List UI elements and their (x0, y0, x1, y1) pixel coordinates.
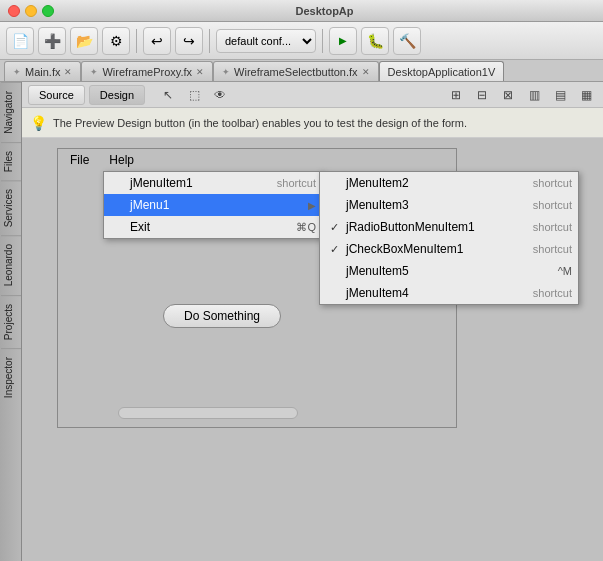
sub-label-jmenuitem5: jMenuItem5 (346, 264, 554, 278)
tab-main-fx-label: Main.fx (25, 66, 60, 78)
align-icon-6[interactable]: ▦ (575, 85, 597, 105)
menu-item-jmenu1[interactable]: jMenu1 ▶ (104, 194, 322, 216)
select-icon[interactable]: ↖ (157, 85, 179, 105)
open-button[interactable]: 📂 (70, 27, 98, 55)
info-bar: 💡 The Preview Design button (in the tool… (22, 108, 603, 138)
tab-wireframe-proxy-close[interactable]: ✕ (196, 67, 204, 77)
tab-wireframe-select-label: WireframeSelectbutton.fx (234, 66, 358, 78)
preview-icon[interactable]: 👁 (209, 85, 231, 105)
maximize-button[interactable] (42, 5, 54, 17)
design-button[interactable]: Design (89, 85, 145, 105)
sidebar-files[interactable]: Files (1, 142, 21, 180)
tab-main-fx-close[interactable]: ✕ (64, 67, 72, 77)
tab-wireframe-select[interactable]: ✦ WireframeSelectbutton.fx ✕ (213, 61, 379, 81)
tab-desktop-app[interactable]: DesktopApplication1V (379, 61, 505, 81)
submenu-item-jcheckboxmenuitem1[interactable]: ✓ jCheckBoxMenuItem1 shortcut (320, 238, 578, 260)
run-button[interactable]: ▶ (329, 27, 357, 55)
add-button[interactable]: ➕ (38, 27, 66, 55)
submenu-item-jmenuitem2[interactable]: jMenuItem2 shortcut (320, 172, 578, 194)
config-dropdown[interactable]: default conf... (216, 29, 316, 53)
titlebar: DesktopAp (0, 0, 603, 22)
file-dropdown: jMenuItem1 shortcut jMenu1 ▶ Exit (103, 171, 323, 239)
sidebar-services[interactable]: Services (1, 180, 21, 235)
align-icon-1[interactable]: ⊞ (445, 85, 467, 105)
label-exit: Exit (130, 220, 292, 234)
sub-label-jmenuitem4: jMenuItem4 (346, 286, 529, 300)
sub-shortcut-5: ^M (558, 265, 572, 277)
submenu-item-jradiobuttonmenuitem1[interactable]: ✓ jRadioButtonMenuItem1 shortcut (320, 216, 578, 238)
tab-wireframe-proxy[interactable]: ✦ WireframeProxy.fx ✕ (81, 61, 213, 81)
separator-1 (136, 29, 137, 53)
left-sidebar: Navigator Files Services Leonardo Projec… (0, 82, 22, 561)
main-toolbar: 📄 ➕ 📂 ⚙ ↩ ↪ default conf... ▶ 🐛 🔨 (0, 22, 603, 60)
sidebar-inspector[interactable]: Inspector (1, 348, 21, 406)
help-menu[interactable]: Help (101, 151, 142, 169)
file-menu[interactable]: File (62, 151, 97, 169)
build-button[interactable]: 🔨 (393, 27, 421, 55)
tabs-bar: ✦ Main.fx ✕ ✦ WireframeProxy.fx ✕ ✦ Wire… (0, 60, 603, 82)
form-preview: File Help jMenuItem1 shortcut (57, 148, 457, 428)
sub-label-jmenuitem3: jMenuItem3 (346, 198, 529, 212)
undo-button[interactable]: ↩ (143, 27, 171, 55)
menu-item-exit[interactable]: Exit ⌘Q (104, 216, 322, 238)
sub-shortcut-4: shortcut (533, 243, 572, 255)
align-icon-5[interactable]: ▤ (549, 85, 571, 105)
sub-check-4: ✓ (326, 243, 342, 256)
info-text: The Preview Design button (in the toolba… (53, 117, 467, 129)
sub-shortcut-1: shortcut (533, 177, 572, 189)
form-scrollbar[interactable] (118, 407, 298, 419)
submenu-item-jmenuitem4[interactable]: jMenuItem4 shortcut (320, 282, 578, 304)
close-button[interactable] (8, 5, 20, 17)
source-design-bar: Source Design ↖ ⬚ 👁 ⊞ ⊟ ⊠ ▥ ▤ ▦ (22, 82, 603, 108)
sub-shortcut-6: shortcut (533, 287, 572, 299)
sidebar-leonardo[interactable]: Leonardo (1, 235, 21, 294)
tab-main-fx[interactable]: ✦ Main.fx ✕ (4, 61, 81, 81)
sub-label-jradiobuttonmenuitem1: jRadioButtonMenuItem1 (346, 220, 529, 234)
app-window: DesktopAp 📄 ➕ 📂 ⚙ ↩ ↪ default conf... ▶ … (0, 0, 603, 561)
minimize-button[interactable] (25, 5, 37, 17)
shortcut-exit: ⌘Q (296, 221, 316, 234)
shortcut-jmenuitem1: shortcut (277, 177, 316, 189)
separator-2 (209, 29, 210, 53)
new-button[interactable]: 📄 (6, 27, 34, 55)
tab-wireframe-proxy-label: WireframeProxy.fx (102, 66, 192, 78)
source-button[interactable]: Source (28, 85, 85, 105)
arrow-jmenu1: ▶ (308, 200, 316, 211)
submenu-item-jmenuitem5[interactable]: jMenuItem5 ^M (320, 260, 578, 282)
tab-wireframe-select-close[interactable]: ✕ (362, 67, 370, 77)
align-icon-3[interactable]: ⊠ (497, 85, 519, 105)
traffic-lights (8, 5, 54, 17)
do-something-button[interactable]: Do Something (163, 304, 281, 328)
sub-shortcut-3: shortcut (533, 221, 572, 233)
label-jmenu1: jMenu1 (130, 198, 304, 212)
design-canvas[interactable]: File Help jMenuItem1 shortcut (22, 138, 603, 561)
frame-icon[interactable]: ⬚ (183, 85, 205, 105)
submenu-item-jmenuitem3[interactable]: jMenuItem3 shortcut (320, 194, 578, 216)
sidebar-projects[interactable]: Projects (1, 295, 21, 348)
menu-item-jmenuitem1[interactable]: jMenuItem1 shortcut (104, 172, 322, 194)
window-title: DesktopAp (295, 5, 353, 17)
label-jmenuitem1: jMenuItem1 (130, 176, 273, 190)
separator-3 (322, 29, 323, 53)
tab-desktop-app-label: DesktopApplication1V (388, 66, 496, 78)
debug-button[interactable]: 🐛 (361, 27, 389, 55)
redo-button[interactable]: ↪ (175, 27, 203, 55)
info-icon: 💡 (30, 115, 47, 131)
sub-label-jcheckboxmenuitem1: jCheckBoxMenuItem1 (346, 242, 529, 256)
sub-check-3: ✓ (326, 221, 342, 234)
submenu: jMenuItem2 shortcut jMenuItem3 shortcut … (319, 171, 579, 305)
sub-shortcut-2: shortcut (533, 199, 572, 211)
config-button[interactable]: ⚙ (102, 27, 130, 55)
sub-label-jmenuitem2: jMenuItem2 (346, 176, 529, 190)
main-content: Source Design ↖ ⬚ 👁 ⊞ ⊟ ⊠ ▥ ▤ ▦ 💡 The Pr… (22, 82, 603, 561)
sidebar-navigator[interactable]: Navigator (1, 82, 21, 142)
content-row: Navigator Files Services Leonardo Projec… (0, 82, 603, 561)
form-menubar: File Help (58, 149, 456, 171)
align-icon-2[interactable]: ⊟ (471, 85, 493, 105)
align-icon-4[interactable]: ▥ (523, 85, 545, 105)
